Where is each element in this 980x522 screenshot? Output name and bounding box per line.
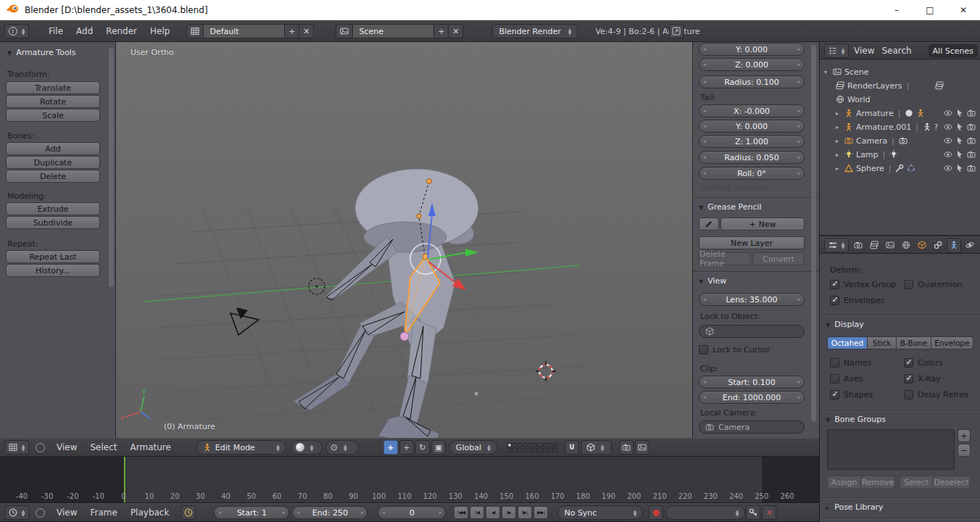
xray-checkbox[interactable] bbox=[904, 374, 913, 384]
layer-cell[interactable] bbox=[528, 448, 532, 452]
subdivide-button[interactable]: Subdivide bbox=[6, 216, 100, 229]
viewport-3d[interactable]: x y User Ortho (0) Armature bbox=[116, 42, 692, 438]
layer-cell[interactable] bbox=[543, 443, 547, 447]
menu-render[interactable]: Render bbox=[99, 23, 144, 39]
selectability-cursor-icon[interactable] bbox=[955, 123, 964, 131]
keying-set-dropdown[interactable]: ▲▼ bbox=[665, 505, 745, 520]
editor-type-button-timeline[interactable]: ▲▼ bbox=[4, 505, 29, 520]
outliner-item-sphere[interactable]: ▸ Sphere | bbox=[836, 162, 976, 175]
tail-y-field[interactable]: Y: 0.000 bbox=[699, 120, 805, 133]
menu-select[interactable]: Select bbox=[83, 439, 123, 455]
play-button[interactable]: ▶ bbox=[502, 506, 516, 519]
layer-cell[interactable] bbox=[553, 448, 557, 452]
scene-name-field[interactable]: Scene bbox=[353, 24, 434, 38]
shapes-checkbox[interactable] bbox=[830, 390, 839, 399]
maximize-button[interactable]: □ bbox=[913, 0, 947, 20]
tail-x-field[interactable]: X: -0.000 bbox=[699, 104, 805, 117]
head-z-field[interactable]: Z: 0.000 bbox=[699, 58, 805, 71]
insert-keyframe-button[interactable] bbox=[746, 505, 760, 520]
expand-icon[interactable]: ▸ bbox=[836, 110, 842, 117]
outliner-item-label[interactable]: Armature.001 bbox=[856, 123, 911, 132]
delete-button[interactable]: Delete bbox=[6, 170, 100, 183]
shapes-row[interactable]: Shapes bbox=[830, 390, 873, 399]
manipulator-scale-button[interactable]: ▣ bbox=[431, 440, 446, 455]
layer-cell[interactable] bbox=[533, 443, 537, 447]
current-frame-field[interactable]: 0 bbox=[378, 506, 446, 519]
panel-grease-pencil[interactable]: Grease Pencil bbox=[699, 202, 762, 212]
mode-dropdown[interactable]: Edit Mode ▲▼ bbox=[196, 440, 286, 455]
jump-start-button[interactable]: |◀◀ bbox=[454, 506, 468, 519]
head-y-field[interactable]: Y: 0.000 bbox=[699, 43, 805, 56]
layer-cell[interactable] bbox=[518, 448, 522, 452]
timeline-strip[interactable]: -40-30-20-100102030405060708090100110120… bbox=[0, 457, 819, 503]
menu-search[interactable]: Search bbox=[878, 43, 915, 59]
selectability-cursor-icon[interactable] bbox=[955, 109, 964, 117]
head-radius-field[interactable]: Radius: 0.100 bbox=[699, 75, 805, 88]
manipulator-toggle-button[interactable]: + bbox=[383, 440, 398, 455]
sync-dropdown[interactable]: No Sync ▲▼ bbox=[557, 505, 643, 520]
history-button[interactable]: History... bbox=[6, 264, 100, 277]
tail-z-field[interactable]: Z: 1.000 bbox=[699, 135, 805, 148]
outliner-item-camera[interactable]: ▸ Camera | bbox=[836, 134, 976, 147]
outliner-item-label[interactable]: World bbox=[847, 95, 871, 104]
header-pin-icon[interactable] bbox=[36, 443, 45, 452]
layer-cell[interactable] bbox=[507, 448, 512, 452]
layer-cell[interactable] bbox=[538, 443, 542, 447]
bone-groups-list[interactable] bbox=[827, 429, 955, 470]
roll-field[interactable]: Roll: 0° bbox=[699, 167, 805, 180]
tail-radius-field[interactable]: Radius: 0.050 bbox=[699, 151, 805, 164]
header-pin-icon[interactable] bbox=[36, 508, 45, 518]
expand-icon[interactable]: ▸ bbox=[836, 152, 842, 158]
close-button[interactable]: ✕ bbox=[947, 0, 980, 20]
bone-group-add-button[interactable]: + bbox=[958, 429, 971, 442]
select-button[interactable]: Select bbox=[900, 476, 933, 489]
add-bone-button[interactable]: Add bbox=[6, 142, 100, 155]
panel-view[interactable]: View bbox=[699, 276, 726, 286]
colors-checkbox[interactable] bbox=[904, 358, 913, 368]
layer-cell[interactable] bbox=[518, 443, 522, 447]
tab-object-data[interactable] bbox=[947, 238, 961, 253]
editor-type-button-info[interactable]: i ▲▼ bbox=[4, 24, 29, 38]
outliner-item-label[interactable]: Scene bbox=[844, 67, 869, 77]
outliner-item-label[interactable]: Sphere bbox=[856, 164, 884, 173]
xray-row[interactable]: X-Ray bbox=[904, 374, 941, 384]
frame-end-field[interactable]: End: 250 bbox=[292, 506, 368, 519]
expand-icon[interactable]: ▸ bbox=[836, 165, 842, 172]
selectability-cursor-icon[interactable] bbox=[955, 150, 964, 159]
outliner-item-lamp[interactable]: ▸ Lamp | bbox=[836, 148, 976, 161]
scale-button[interactable]: Scale bbox=[6, 109, 100, 122]
visibility-eye-icon[interactable] bbox=[944, 164, 952, 173]
panel-armature-tools[interactable]: Armature Tools bbox=[7, 48, 75, 57]
tab-world[interactable] bbox=[899, 238, 913, 253]
render-opengl-button[interactable] bbox=[619, 440, 634, 455]
play-reverse-button[interactable]: ◀ bbox=[486, 506, 500, 519]
renderability-camera-icon[interactable] bbox=[967, 150, 976, 159]
outliner-filter-dropdown[interactable]: All Scenes bbox=[929, 44, 978, 57]
layer-cell[interactable] bbox=[538, 448, 542, 452]
layer-cell[interactable] bbox=[533, 448, 537, 452]
visibility-eye-icon[interactable] bbox=[944, 136, 952, 145]
expand-icon[interactable]: ▸ bbox=[836, 124, 842, 130]
layer-cell[interactable] bbox=[523, 448, 527, 452]
rotate-button[interactable]: Rotate bbox=[6, 95, 100, 108]
render-engine-dropdown[interactable]: Blender Render ▲▼ bbox=[492, 24, 578, 38]
prev-keyframe-button[interactable]: |◀ bbox=[470, 506, 484, 519]
menu-frame[interactable]: Frame bbox=[83, 505, 123, 521]
envelopes-checkbox[interactable] bbox=[830, 296, 839, 305]
layer-cell[interactable] bbox=[512, 448, 517, 452]
visibility-eye-icon[interactable] bbox=[944, 109, 952, 117]
editor-type-button-outliner[interactable]: ▲▼ bbox=[824, 44, 849, 58]
outliner-item-armature[interactable]: ▸ Armature | bbox=[836, 107, 976, 120]
menu-playback[interactable]: Playback bbox=[124, 505, 176, 521]
quaternion-checkbox[interactable] bbox=[904, 280, 913, 289]
editor-type-button-3dview[interactable]: ▲▼ bbox=[4, 440, 29, 455]
convert-button[interactable]: Convert bbox=[752, 252, 805, 265]
autokey-record-button[interactable] bbox=[649, 505, 663, 520]
layer-cell[interactable] bbox=[523, 443, 527, 447]
timeline-ruler[interactable]: -40-30-20-100102030405060708090100110120… bbox=[0, 457, 819, 502]
draw-type-bbone[interactable]: B-Bone bbox=[897, 336, 931, 349]
snap-element-dropdown[interactable]: ▲▼ bbox=[581, 440, 612, 455]
render-result-icon[interactable] bbox=[935, 81, 944, 90]
layer-cell[interactable] bbox=[512, 443, 517, 447]
menu-file[interactable]: File bbox=[42, 23, 70, 39]
